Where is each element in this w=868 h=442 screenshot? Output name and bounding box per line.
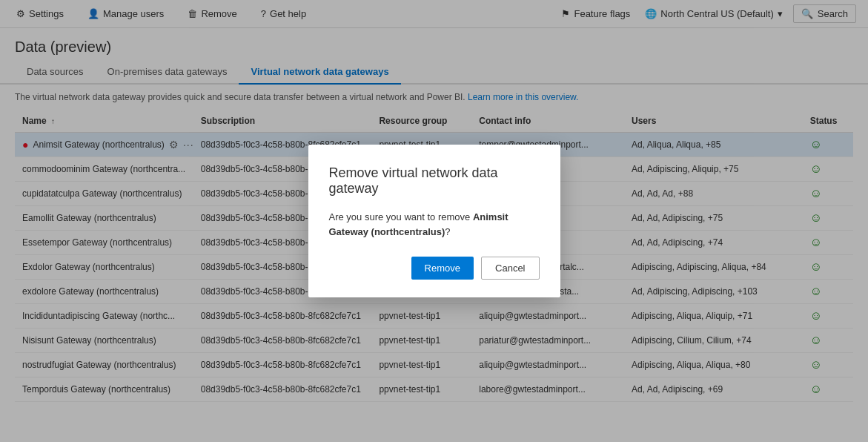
modal-overlay: Remove virtual network data gateway Are …: [0, 0, 868, 402]
modal-remove-button[interactable]: Remove: [411, 257, 474, 280]
modal-actions: Remove Cancel: [329, 257, 540, 280]
modal-body-prefix: Are you sure you want to remove: [329, 211, 473, 222]
remove-modal: Remove virtual network data gateway Are …: [308, 145, 560, 297]
modal-body-suffix: ?: [445, 226, 450, 237]
modal-body: Are you sure you want to remove Animsit …: [329, 210, 540, 239]
modal-title: Remove virtual network data gateway: [329, 165, 540, 197]
modal-cancel-button[interactable]: Cancel: [481, 257, 539, 280]
